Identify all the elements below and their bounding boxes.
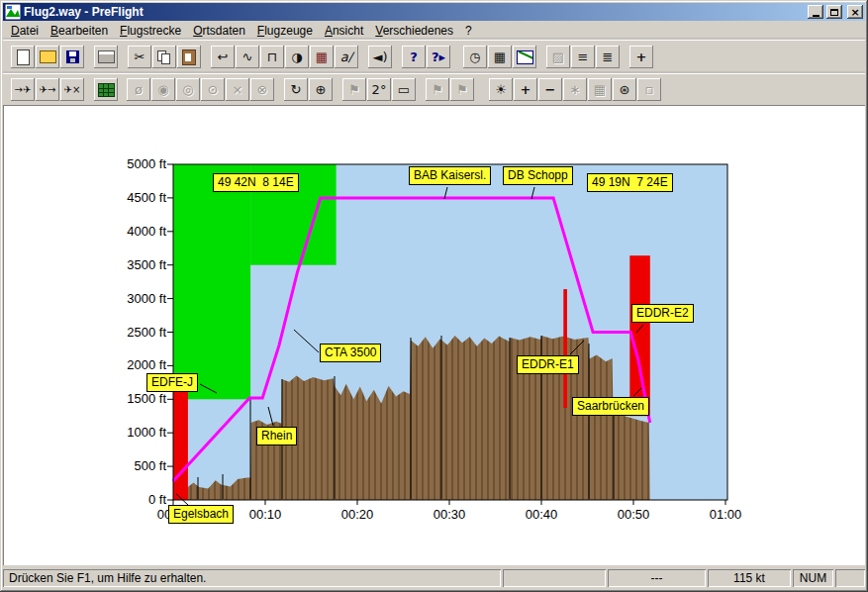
grid-icon: ▦: [316, 50, 328, 63]
status-bar: Drücken Sie F1, um Hilfe zu erhalten. --…: [3, 565, 865, 589]
menu-item-flugzeuge[interactable]: Flugzeuge: [251, 22, 319, 40]
table-grid-button[interactable]: ▦: [488, 46, 512, 68]
toolbar-secondary-left-group: →✈✈→✈×: [11, 78, 119, 101]
toolbar-main-left-group: ✂↩∿⊓◑▦a/◄)??▸: [11, 46, 451, 68]
copy-button[interactable]: [152, 46, 176, 68]
toolbar-secondary-right-group: ☀+−∗▦⊛▫: [489, 78, 662, 101]
status-message: Drücken Sie F1, um Hilfe zu erhalten.: [3, 569, 501, 587]
cut-button[interactable]: ✂: [128, 46, 151, 68]
minimize-button[interactable]: [808, 5, 823, 19]
help-icon: ?: [410, 50, 418, 63]
diameter-icon: ø: [135, 83, 143, 96]
minimize-icon: [813, 15, 820, 17]
maximize-button[interactable]: [826, 5, 842, 19]
image-button: ▨: [546, 46, 570, 68]
toolbar-separator: [85, 48, 94, 67]
flag-button: ⚑: [342, 78, 366, 101]
plane-export-button[interactable]: ✈→: [36, 78, 59, 101]
green-chart-button[interactable]: [513, 46, 536, 68]
zoom-out-button[interactable]: −: [538, 78, 562, 101]
toolbar-separator: [202, 48, 211, 67]
copy-icon: [157, 50, 171, 64]
contrast-circle-button[interactable]: ◑: [285, 46, 309, 68]
menu-item-verschiedenes[interactable]: Verschiedenes: [369, 22, 459, 40]
star-button: ∗: [563, 78, 587, 101]
plane-import-button[interactable]: →✈: [11, 78, 35, 101]
plane-edit-button[interactable]: ✈×: [60, 78, 84, 101]
sound-icon: ◄): [372, 50, 387, 63]
green-chart-icon: [517, 50, 533, 64]
profile-curve-button[interactable]: ∿: [236, 46, 259, 68]
add-waypoint-icon: +: [636, 50, 647, 63]
toolbar-separator: [275, 80, 284, 100]
map-button[interactable]: [94, 78, 118, 101]
new-file-button[interactable]: [11, 46, 35, 68]
map-icon: [98, 83, 115, 97]
toolbar-secondary: →✈✈→✈× ø◉◎⊙×⊗↻⊕⚑2°▭⚑⚑ ☀+−∗▦⊛▫: [3, 73, 865, 105]
window-title: Flug2.way - PreFlight: [24, 5, 805, 19]
new-file-icon: [17, 49, 30, 65]
menu-item-datei[interactable]: Datei: [5, 22, 45, 40]
monitor-button[interactable]: ▭: [392, 78, 416, 101]
detail-list-button[interactable]: ≣: [596, 46, 620, 68]
settings-icon: ⊛: [620, 83, 630, 96]
undo-route-icon: ↩: [218, 50, 229, 63]
visibility-icon: ◉: [157, 83, 168, 96]
help-button[interactable]: ?: [402, 46, 426, 68]
paste-button[interactable]: [177, 46, 201, 68]
pennant-right-icon: ⚑: [456, 83, 468, 96]
save-button[interactable]: [60, 46, 84, 68]
plane-import-icon: →✈: [15, 85, 32, 95]
dot-circle-button: ⊙: [201, 78, 225, 101]
refresh-button[interactable]: ↻: [284, 78, 308, 101]
menu-item-flugstrecke[interactable]: Flugstrecke: [114, 22, 187, 40]
zoom-in-button[interactable]: +: [514, 78, 537, 101]
print-icon: [98, 50, 115, 63]
declination-icon: 2°: [372, 83, 387, 96]
globe-icon: ⊕: [316, 83, 327, 96]
monitor-icon: ▭: [398, 83, 410, 96]
grid-button[interactable]: ▦: [310, 46, 334, 68]
font-style-button[interactable]: a/: [335, 46, 358, 68]
box-icon: ▫: [645, 83, 654, 96]
refresh-icon: ↻: [291, 83, 302, 96]
font-style-icon: a/: [340, 50, 352, 63]
undo-route-button[interactable]: ↩: [211, 46, 235, 68]
app-icon: [5, 4, 21, 20]
toolbar-separator: [417, 80, 426, 100]
context-help-button[interactable]: ?▸: [427, 46, 450, 68]
toolbar-main-right-group: ◷▦▨≡≣+: [463, 46, 654, 68]
settings-button[interactable]: ⊛: [613, 78, 636, 101]
add-waypoint-button[interactable]: +: [629, 46, 653, 68]
close-button[interactable]: ×: [847, 5, 863, 19]
paste-icon: [182, 49, 196, 65]
menu-item-ortsdaten[interactable]: Ortsdaten: [187, 22, 251, 40]
cut-icon: ✂: [135, 50, 145, 63]
menu-item-hilfe[interactable]: ?: [459, 22, 478, 40]
list-button[interactable]: ≡: [571, 46, 595, 68]
pennant-right-button: ⚑: [450, 78, 474, 101]
plane-edit-icon: ✈×: [64, 85, 81, 95]
profile-chart-button[interactable]: ⊓: [260, 46, 284, 68]
print-button[interactable]: [94, 46, 118, 68]
menu-item-ansicht[interactable]: Ansicht: [319, 22, 369, 40]
title-bar[interactable]: Flug2.way - PreFlight ×: [3, 3, 865, 21]
toolbar-separator: [334, 80, 342, 100]
status-panel-blank: [503, 569, 606, 587]
box-button: ▫: [637, 78, 661, 101]
menu-item-bearbeiten[interactable]: Bearbeiten: [45, 22, 114, 40]
open-file-icon: [40, 50, 56, 63]
crosshair-icon: ⊗: [257, 83, 268, 96]
compass-icon: ◷: [469, 50, 480, 63]
declination-button[interactable]: 2°: [367, 78, 391, 101]
globe-button[interactable]: ⊕: [309, 78, 333, 101]
delete-icon: ×: [233, 83, 243, 96]
sound-button[interactable]: ◄): [368, 46, 392, 68]
open-file-button[interactable]: [36, 46, 59, 68]
profile-chart-icon: ⊓: [267, 50, 277, 63]
crosshair-button: ⊗: [250, 78, 274, 101]
brightness-button[interactable]: ☀: [489, 78, 513, 101]
zoom-out-icon: −: [545, 83, 556, 96]
compass-button[interactable]: ◷: [463, 46, 487, 68]
brightness-icon: ☀: [495, 83, 507, 96]
